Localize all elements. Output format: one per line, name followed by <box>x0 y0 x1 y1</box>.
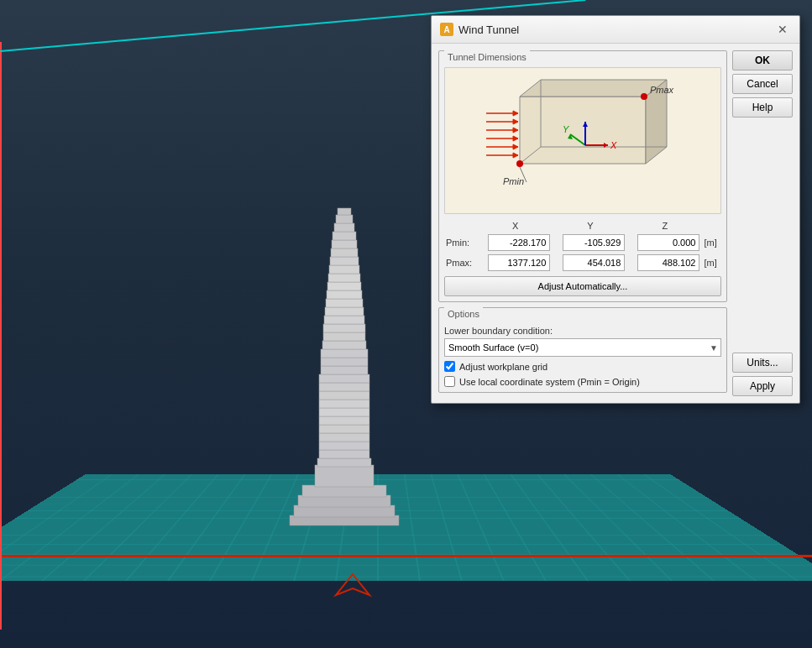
red-line-left <box>0 42 2 630</box>
svg-rect-57 <box>324 316 364 324</box>
pmin-y-cell <box>553 233 627 253</box>
pmax-x-input[interactable] <box>488 254 550 271</box>
cancel-button[interactable]: Cancel <box>732 74 793 94</box>
tunnel-dimensions-group: Tunnel Dimensions <box>438 50 727 302</box>
svg-rect-58 <box>325 307 364 316</box>
svg-marker-81 <box>513 119 518 124</box>
lower-boundary-label: Lower boundary condition: <box>444 326 721 336</box>
svg-rect-66 <box>332 240 357 248</box>
svg-rect-52 <box>321 358 368 366</box>
svg-rect-56 <box>323 324 365 332</box>
svg-rect-60 <box>327 290 362 299</box>
options-content: Lower boundary condition: Smooth Surface… <box>439 321 726 392</box>
svg-rect-64 <box>330 257 359 265</box>
svg-rect-44 <box>319 425 369 433</box>
wind-tunnel-dialog: A Wind Tunnel ✕ Tunnel Dimensions <box>431 15 800 404</box>
options-legend: Options <box>444 307 483 321</box>
svg-rect-61 <box>327 282 361 290</box>
dialog-content: Tunnel Dimensions <box>432 44 799 403</box>
svg-marker-83 <box>513 128 518 133</box>
adjust-workplane-checkbox[interactable] <box>444 361 455 372</box>
svg-rect-65 <box>331 248 358 257</box>
pmax-label: Pmax: <box>444 253 478 273</box>
help-button[interactable]: Help <box>732 97 793 118</box>
pmax-y-input[interactable] <box>563 254 625 271</box>
tunnel-diagram: X Y Pmax Pm <box>444 67 721 214</box>
apply-button[interactable]: Apply <box>732 376 793 396</box>
svg-text:X: X <box>610 140 617 150</box>
svg-rect-63 <box>329 265 359 274</box>
pmin-y-input[interactable] <box>563 234 625 251</box>
svg-marker-89 <box>513 153 518 158</box>
svg-point-98 <box>641 93 647 100</box>
svg-rect-39 <box>315 465 374 487</box>
svg-marker-87 <box>513 144 518 149</box>
dimensions-table: X Y Z Pmin: <box>444 219 721 273</box>
lower-boundary-select[interactable]: Smooth Surface (v=0) Rough Surface No-sl… <box>444 338 721 357</box>
svg-marker-79 <box>513 111 518 116</box>
svg-rect-46 <box>319 408 369 416</box>
pmax-x-cell <box>478 253 553 273</box>
svg-rect-49 <box>319 383 369 391</box>
svg-rect-45 <box>319 416 369 425</box>
pmin-x-input[interactable] <box>488 234 550 251</box>
pmax-unit: [m] <box>702 253 721 273</box>
tunnel-dimensions-inner: X Y Pmax Pm <box>439 64 726 301</box>
adjust-workplane-row: Adjust workplane grid <box>444 361 721 372</box>
svg-rect-68 <box>334 223 354 232</box>
svg-rect-50 <box>319 374 369 383</box>
compass-arrow-icon <box>327 570 378 602</box>
options-section-group: Options Lower boundary condition: Smooth… <box>438 307 727 393</box>
pmax-z-input[interactable] <box>637 254 699 271</box>
local-coordinate-label: Use local coordinate system (Pmin = Orig… <box>459 377 640 387</box>
dialog-close-button[interactable]: ✕ <box>774 21 791 38</box>
svg-rect-59 <box>326 299 363 307</box>
svg-text:Y: Y <box>563 124 569 134</box>
pmin-z-cell <box>627 233 702 253</box>
building-3d <box>277 205 411 560</box>
svg-text:Pmax: Pmax <box>650 85 674 95</box>
svg-rect-67 <box>333 232 356 240</box>
dialog-icon: A <box>440 23 453 36</box>
dialog-main-panel: Tunnel Dimensions <box>438 50 727 396</box>
pmin-unit: [m] <box>702 233 721 253</box>
svg-rect-51 <box>321 366 368 374</box>
svg-rect-70 <box>338 208 351 215</box>
pmax-y-cell <box>553 253 627 273</box>
svg-marker-85 <box>513 136 518 141</box>
table-row-pmax: Pmax: [m] <box>444 253 721 273</box>
svg-rect-55 <box>323 332 365 341</box>
svg-text:Pmin: Pmin <box>503 176 524 186</box>
svg-rect-47 <box>319 400 369 408</box>
col-y-header: Y <box>553 219 627 233</box>
svg-point-100 <box>516 160 523 167</box>
col-unit-header <box>702 219 721 233</box>
pmax-z-cell <box>627 253 702 273</box>
adjust-automatically-button[interactable]: Adjust Automatically... <box>444 276 721 296</box>
svg-rect-48 <box>319 391 369 400</box>
svg-marker-71 <box>336 574 369 595</box>
dialog-title: Wind Tunnel <box>458 24 519 36</box>
local-coordinate-checkbox[interactable] <box>444 376 455 387</box>
col-x-header: X <box>478 219 553 233</box>
svg-rect-41 <box>319 450 369 458</box>
local-coordinate-row: Use local coordinate system (Pmin = Orig… <box>444 376 721 387</box>
ok-button[interactable]: OK <box>732 50 793 71</box>
tunnel-dimensions-legend: Tunnel Dimensions <box>444 50 530 64</box>
pmin-label: Pmin: <box>444 233 478 253</box>
svg-marker-72 <box>520 97 646 164</box>
table-row-pmin: Pmin: [m] <box>444 233 721 253</box>
dialog-title-area: A Wind Tunnel <box>440 23 519 36</box>
units-button[interactable]: Units... <box>732 353 793 373</box>
pmin-z-input[interactable] <box>637 234 699 251</box>
adjust-workplane-label: Adjust workplane grid <box>459 362 547 372</box>
dialog-sidebar: OK Cancel Help Units... Apply <box>732 50 793 396</box>
svg-rect-54 <box>322 341 366 349</box>
svg-rect-53 <box>321 349 368 358</box>
dialog-titlebar: A Wind Tunnel ✕ <box>432 16 799 44</box>
col-z-header: Z <box>627 219 702 233</box>
svg-rect-42 <box>319 442 369 450</box>
pmin-x-cell <box>478 233 553 253</box>
svg-rect-43 <box>319 433 369 442</box>
sidebar-spacer <box>732 121 793 349</box>
